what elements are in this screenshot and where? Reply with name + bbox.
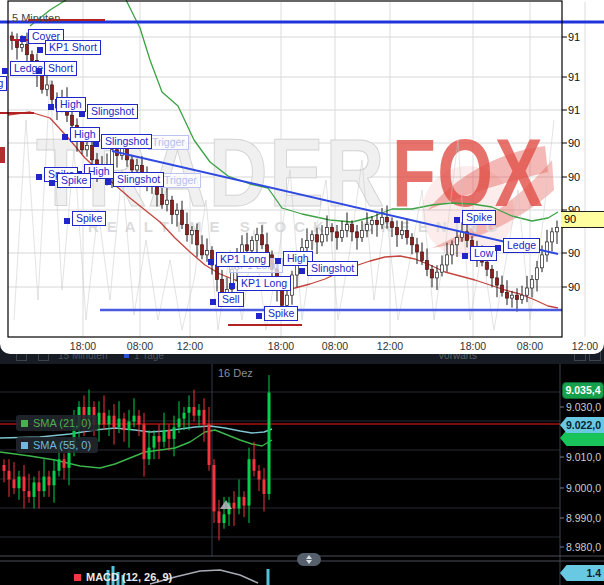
candle-body	[108, 416, 111, 425]
signal-label: Slingshot	[101, 134, 152, 149]
candle-body	[351, 225, 354, 232]
candle-body	[233, 503, 236, 509]
signal-marker-icon	[49, 180, 55, 186]
candle-body	[23, 477, 26, 492]
sma55-color-icon	[21, 442, 28, 449]
candle-body	[316, 235, 319, 242]
signal-marker-icon	[37, 47, 43, 53]
bottom-gridlines	[0, 364, 604, 585]
candle-body	[113, 416, 116, 428]
signal-marker-icon	[495, 245, 501, 251]
candle-body	[168, 430, 171, 439]
signal-marker-icon	[36, 174, 42, 180]
bottom-trading-window: 15 Minuten 1 Tage Vorwärts 16 Dez SMA (2…	[0, 348, 604, 585]
candle-body	[506, 292, 509, 298]
candle-body	[396, 228, 399, 235]
current-price-tag: 90	[561, 211, 604, 228]
signal-label: Spike	[72, 211, 106, 226]
candle-body	[131, 160, 134, 170]
candle-body	[421, 252, 424, 261]
bottom-chart-canvas[interactable]	[0, 348, 604, 585]
candle-body	[8, 471, 11, 480]
candle-body	[71, 115, 74, 125]
scale-price-label: 8.990,0	[566, 512, 601, 524]
signal-marker-icon	[275, 258, 281, 264]
signal-marker-icon	[36, 68, 42, 74]
signal-marker-icon	[256, 313, 262, 319]
price-tick-label: 90	[568, 171, 580, 183]
signal-label: Slingshot	[307, 261, 358, 276]
candle-body	[163, 430, 166, 442]
time-tick-label: 12:00	[572, 340, 598, 352]
candle-body	[386, 217, 389, 221]
candle-body	[86, 145, 89, 149]
candle-body	[196, 230, 199, 244]
candle-body	[366, 225, 369, 231]
signal-label: KP1 Long	[216, 252, 270, 267]
candle-body	[128, 422, 131, 431]
candle-body	[238, 497, 241, 509]
candle-body	[13, 480, 16, 489]
candle-body	[171, 200, 174, 214]
candle-body	[166, 200, 169, 204]
candle-body	[551, 232, 554, 242]
candle-body	[346, 225, 349, 231]
top-analysis-chart-panel[interactable]: TRADER FOX REALTIME STOCK SCREENING 5 Mi…	[0, 0, 604, 354]
candle-body	[356, 232, 359, 238]
signal-label: Trigger	[160, 173, 201, 188]
candle-body	[16, 40, 19, 47]
candle-body	[541, 255, 544, 268]
candle-body	[91, 145, 94, 159]
candle-body	[186, 225, 189, 235]
signal-label: KP1 Short	[45, 40, 101, 55]
candle-body	[143, 424, 146, 459]
signal-marker-icon	[208, 259, 214, 265]
signal-label: KP1 Long	[237, 276, 291, 291]
candle-body	[556, 228, 559, 232]
candle-body	[491, 269, 494, 278]
candle-body	[401, 230, 404, 234]
macd-color-icon	[74, 574, 81, 581]
signal-marker-icon	[2, 68, 8, 74]
candle-body	[176, 210, 179, 214]
pane-resize-handle[interactable]	[297, 553, 321, 566]
candle-body	[381, 217, 384, 224]
high-price-badge: 9.035,4	[562, 382, 604, 399]
candle-body	[256, 235, 259, 241]
sma21-legend[interactable]: SMA (21, 0)	[16, 415, 98, 431]
scale-price-label: 9.010,0	[566, 451, 601, 463]
candle-body	[33, 482, 36, 497]
candle-body	[18, 477, 21, 489]
last-price-badge: 9.022,0	[560, 417, 604, 433]
candle-body	[26, 45, 29, 55]
candle-body	[391, 222, 394, 228]
candle-body	[251, 240, 254, 250]
candle-body	[38, 482, 41, 491]
signal-label: Trigger	[148, 135, 189, 150]
candle-body	[218, 511, 221, 523]
candle-body	[223, 514, 226, 523]
edge-partial-candle	[0, 147, 5, 163]
macd-legend[interactable]: MACD (12, 26, 9)	[74, 571, 172, 583]
signal-marker-icon	[229, 283, 235, 289]
signal-marker-icon	[79, 111, 85, 117]
arrow-up-icon	[306, 555, 312, 559]
candle-body	[161, 194, 164, 204]
macd-legend-label: MACD (12, 26, 9)	[86, 571, 172, 583]
scale-price-label: 9.030,0	[566, 401, 601, 413]
signal-label: Spike	[57, 173, 91, 188]
signal-label: Slingshot	[87, 104, 138, 119]
candle-body	[286, 295, 289, 305]
candle-body	[431, 269, 434, 278]
candle-body	[136, 166, 139, 170]
signal-label: Spike	[264, 306, 298, 321]
signal-marker-icon	[62, 134, 68, 140]
candle-body	[451, 245, 454, 255]
sma21-color-icon	[21, 420, 28, 427]
price-tick-label: 90	[568, 281, 580, 293]
signal-marker-icon	[20, 36, 26, 42]
signal-marker-icon	[64, 218, 70, 224]
candle-body	[31, 55, 34, 61]
macd-histogram-bar	[267, 569, 270, 585]
sma55-legend[interactable]: SMA (55, 0)	[16, 437, 98, 453]
